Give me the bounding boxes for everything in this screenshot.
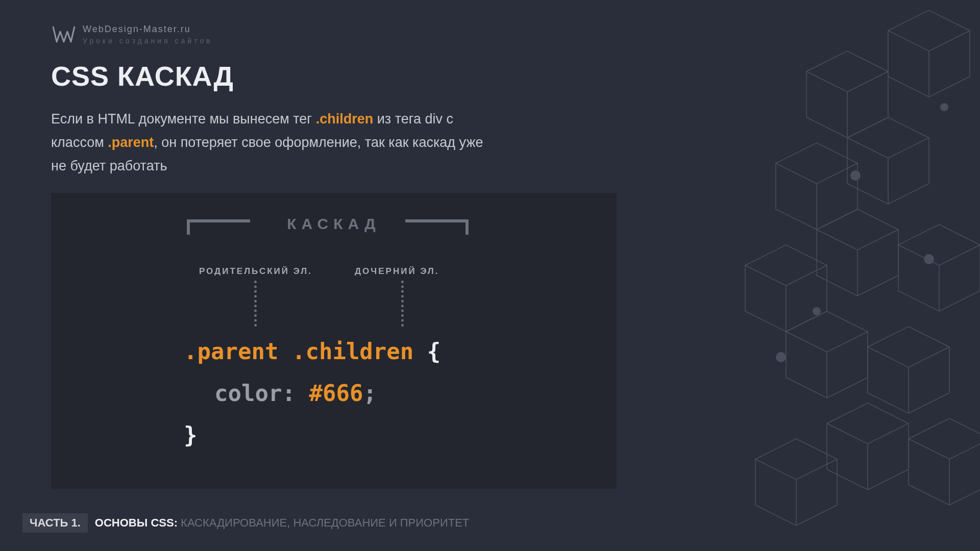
page-title: CSS КАСКАД	[51, 60, 234, 92]
part-badge: ЧАСТЬ 1.	[22, 513, 88, 533]
decorative-cubes-icon	[623, 0, 980, 551]
code-brace-close: }	[184, 422, 198, 448]
site-name: WebDesign-Master.ru	[83, 24, 213, 35]
connector-dots-icon	[254, 281, 257, 327]
footer-strong: ОСНОВЫ CSS:	[95, 516, 181, 529]
intro-paragraph: Если в HTML документе мы вынесем тег .ch…	[51, 107, 500, 178]
code-value: #666	[296, 380, 363, 406]
label-child-element: ДОЧЕРНИЙ ЭЛ.	[355, 266, 439, 277]
para-text-1: Если в HTML документе мы вынесем тег	[51, 111, 316, 127]
code-selector: .parent .children	[184, 338, 413, 364]
svg-point-4	[813, 307, 821, 315]
highlight-parent: .parent	[108, 135, 154, 150]
code-semicolon: ;	[363, 380, 377, 406]
bracket-left-icon	[187, 219, 250, 235]
code-property: color:	[214, 380, 296, 406]
svg-point-0	[850, 170, 861, 181]
footer-dim: КАСКАДИРОВАНИЕ, НАСЛЕДОВАНИЕ И ПРИОРИТЕТ	[181, 516, 469, 529]
footer: ЧАСТЬ 1. ОСНОВЫ CSS: КАСКАДИРОВАНИЕ, НАС…	[22, 513, 469, 533]
label-parent-element: РОДИТЕЛЬСКИЙ ЭЛ.	[199, 266, 312, 277]
connector-dots-icon	[401, 281, 404, 327]
highlight-children: .children	[316, 111, 374, 127]
code-illustration: КАСКАД РОДИТЕЛЬСКИЙ ЭЛ. ДОЧЕРНИЙ ЭЛ. .pa…	[51, 193, 617, 489]
site-tagline: Уроки создания сайтов	[83, 37, 213, 45]
svg-point-1	[924, 254, 934, 264]
cascade-label: КАСКАД	[51, 215, 617, 233]
svg-point-3	[940, 103, 948, 111]
code-block: .parent .children { color: #666; }	[184, 331, 440, 456]
svg-point-2	[776, 352, 786, 362]
header: WebDesign-Master.ru Уроки создания сайто…	[52, 22, 213, 46]
bracket-right-icon	[405, 219, 469, 235]
logo-icon	[52, 22, 76, 46]
code-brace-open: {	[413, 338, 440, 364]
